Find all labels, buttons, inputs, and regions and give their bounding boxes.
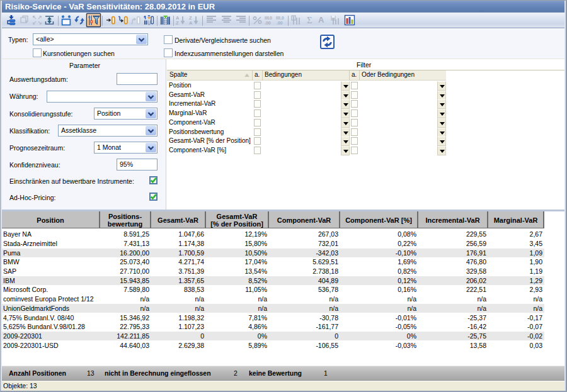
svg-text:Σ: Σ (307, 15, 312, 25)
svg-text:.0: .0 (268, 16, 272, 20)
svg-text:A: A (318, 15, 324, 25)
svg-text:.00: .00 (277, 21, 283, 25)
svg-text:.0: .0 (280, 16, 284, 20)
svg-text:.00: .00 (265, 21, 271, 25)
svg-text:Z: Z (176, 20, 179, 26)
svg-text:A: A (189, 20, 193, 26)
